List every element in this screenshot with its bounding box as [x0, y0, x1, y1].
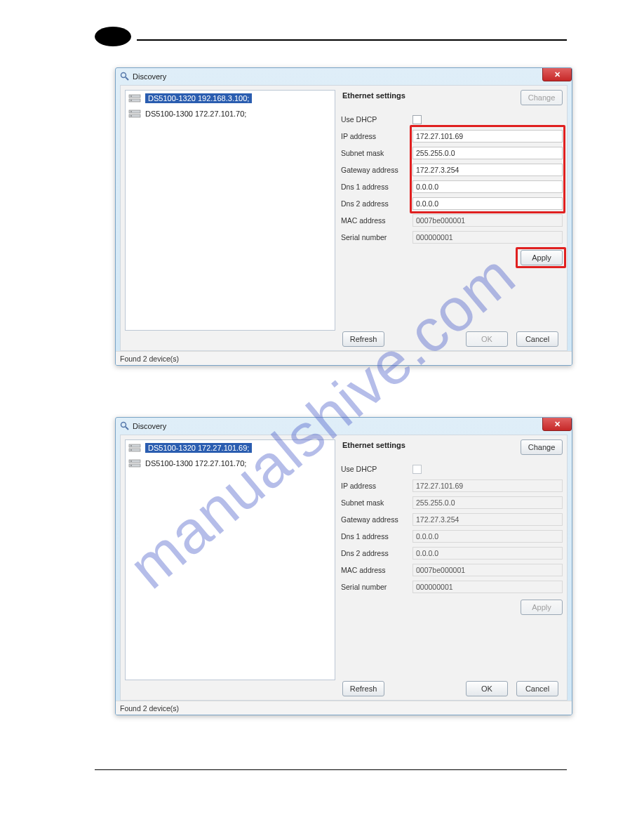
page-marker [95, 27, 131, 46]
field-row-dns1: Dns 1 address [341, 178, 563, 195]
list-item[interactable]: DS5100-1300 172.27.101.70; [126, 456, 335, 471]
cancel-button[interactable]: Cancel [516, 681, 558, 696]
field-row-serial: Serial number [341, 578, 563, 595]
subnet-value [412, 496, 563, 509]
status-text: Found 2 device(s) [120, 704, 179, 713]
svg-point-4 [130, 95, 132, 97]
field-row-dhcp: Use DHCP [341, 461, 563, 477]
apply-button[interactable]: Apply [521, 250, 563, 265]
field-label: Dns 1 address [341, 183, 412, 191]
device-list[interactable]: DS5100-1320 192.168.3.100; DS5100-1300 1… [125, 90, 335, 331]
svg-point-5 [130, 100, 132, 101]
discovery-icon [120, 421, 130, 431]
mac-value [412, 214, 563, 227]
field-label: Subnet mask [341, 498, 412, 507]
discovery-icon [120, 72, 130, 81]
window-title: Discovery [133, 422, 166, 430]
list-item-label: DS5100-1320 192.168.3.100; [145, 93, 252, 103]
field-label: Use DHCP [341, 465, 412, 473]
dns1-input[interactable] [412, 180, 563, 193]
list-item[interactable]: DS5100-1300 172.27.101.70; [126, 106, 335, 121]
close-icon: ✕ [554, 70, 561, 79]
close-button[interactable]: ✕ [542, 67, 572, 81]
header-rule [137, 39, 567, 41]
gateway-value [412, 513, 563, 526]
settings-panel: Ethernet settings Change Use DHCP IP add… [341, 439, 563, 680]
field-label: IP address [341, 482, 412, 490]
apply-button[interactable]: Apply [521, 600, 563, 615]
field-label: Serial number [341, 233, 412, 241]
close-button[interactable]: ✕ [542, 417, 572, 431]
list-item[interactable]: DS5100-1320 192.168.3.100; [126, 91, 335, 106]
status-bar: Found 2 device(s) [116, 701, 572, 715]
list-item-label: DS5100-1300 172.27.101.70; [145, 459, 246, 468]
field-row-dhcp: Use DHCP [341, 111, 563, 128]
subnet-input[interactable] [412, 147, 563, 159]
close-icon: ✕ [554, 420, 561, 429]
field-label: Subnet mask [341, 149, 412, 157]
field-row-dns2: Dns 2 address [341, 545, 563, 562]
dhcp-checkbox [412, 465, 422, 474]
page-header [95, 31, 567, 52]
device-icon [128, 93, 141, 103]
gateway-input[interactable] [412, 164, 563, 176]
refresh-button[interactable]: Refresh [342, 331, 384, 347]
list-item-label: DS5100-1300 172.27.101.70; [145, 110, 246, 118]
client-area: DS5100-1320 192.168.3.100; DS5100-1300 1… [120, 85, 568, 351]
panel-title: Ethernet settings [342, 91, 405, 100]
svg-point-0 [121, 73, 126, 78]
field-row-ip: IP address [341, 128, 563, 145]
field-label: Dns 2 address [341, 549, 412, 557]
field-label: Serial number [341, 583, 412, 591]
ok-button[interactable]: OK [466, 681, 508, 696]
svg-line-11 [126, 427, 128, 430]
list-item[interactable]: DS5100-1320 172.27.101.69; [126, 440, 335, 456]
svg-point-10 [121, 423, 126, 428]
change-button[interactable]: Change [521, 439, 563, 455]
serial-value [412, 231, 563, 244]
status-bar: Found 2 device(s) [116, 351, 572, 365]
field-row-ip: IP address [341, 477, 563, 494]
cancel-button[interactable]: Cancel [516, 331, 558, 347]
refresh-button[interactable]: Refresh [342, 681, 384, 696]
svg-point-14 [130, 445, 132, 446]
settings-panel: Ethernet settings Change Use DHCP IP add… [341, 90, 563, 331]
titlebar[interactable]: Discovery ✕ [116, 418, 572, 435]
field-row-gateway: Gateway address [341, 161, 563, 178]
field-row-serial: Serial number [341, 229, 563, 246]
fields-group: Use DHCP IP address Subnet mask Gateway … [341, 111, 563, 246]
button-bar: Refresh OK Cancel [125, 680, 563, 697]
field-row-dns2: Dns 2 address [341, 195, 563, 212]
field-row-mac: MAC address [341, 212, 563, 229]
field-label: IP address [341, 132, 412, 140]
change-button[interactable]: Change [521, 90, 563, 105]
field-label: Use DHCP [341, 115, 412, 124]
titlebar[interactable]: Discovery ✕ [116, 68, 572, 85]
field-row-mac: MAC address [341, 562, 563, 578]
dns2-value [412, 547, 563, 560]
device-list[interactable]: DS5100-1320 172.27.101.69; DS5100-1300 1… [125, 439, 335, 680]
list-item-label: DS5100-1320 172.27.101.69; [145, 443, 252, 453]
dns1-value [412, 530, 563, 543]
status-text: Found 2 device(s) [120, 355, 179, 363]
field-row-subnet: Subnet mask [341, 145, 563, 161]
svg-point-8 [130, 111, 132, 112]
field-label: MAC address [341, 566, 412, 574]
dns2-input[interactable] [412, 197, 563, 210]
field-label: Dns 1 address [341, 532, 412, 541]
ip-value [412, 479, 563, 492]
panel-title: Ethernet settings [342, 441, 405, 449]
svg-point-18 [130, 461, 132, 462]
field-label: Gateway address [341, 166, 412, 174]
discovery-window-2: Discovery ✕ DS5100-1320 172.27.101.69; D… [115, 417, 572, 715]
ip-input[interactable] [412, 130, 563, 143]
svg-point-15 [130, 449, 132, 451]
svg-point-19 [130, 465, 132, 466]
field-row-gateway: Gateway address [341, 511, 563, 528]
device-icon [128, 109, 141, 119]
dhcp-checkbox[interactable] [412, 115, 422, 124]
fields-group: Use DHCP IP address Subnet mask Gateway … [341, 461, 563, 595]
field-row-subnet: Subnet mask [341, 494, 563, 511]
ok-button[interactable]: OK [466, 331, 508, 347]
svg-point-9 [130, 115, 132, 117]
